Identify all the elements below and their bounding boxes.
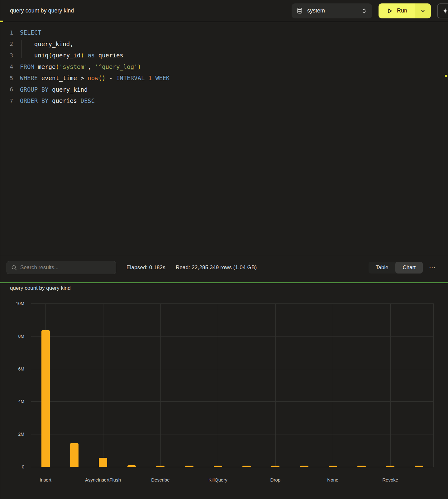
code-line[interactable]: 4FROM merge('system', '^query_log') [0,61,448,73]
y-axis-tick-label: 10M [6,301,24,306]
run-button-group: Run [379,3,431,18]
indent-guide-line [21,40,22,58]
bar-revoke[interactable] [386,466,394,467]
results-toolbar: Elapsed: 0.182s Read: 22,285,349 rows (1… [0,256,448,282]
bar-asyncinsertflush[interactable] [99,458,107,467]
line-number: 4 [0,63,13,70]
run-options-button[interactable] [415,3,431,18]
line-number: 7 [0,98,13,104]
gridline-horizontal [31,303,433,304]
x-axis-label: AsyncInsertFlush [85,477,121,482]
y-axis-tick-label: 0 [6,464,24,469]
bar[interactable] [415,466,423,467]
gridline-vertical [433,303,434,467]
gridline-vertical [275,303,276,467]
y-axis-tick-label: 8M [6,334,24,339]
query-title: query count by query kind [10,7,74,14]
sql-console-window: query count by query kind system [0,0,448,499]
y-axis-tick-label: 4M [6,399,24,404]
gridline-horizontal [31,336,433,337]
bar[interactable] [185,466,193,467]
view-toggle: Table Chart [369,262,423,274]
line-number: 6 [0,86,13,93]
editor-lines: 1SELECT2 query_kind,3 uniq(query_id) as … [0,22,448,107]
database-icon [297,7,303,14]
x-axis-line [31,467,433,467]
x-axis-label: Drop [270,477,281,482]
sql-editor[interactable]: 1SELECT2 query_kind,3 uniq(query_id) as … [0,22,448,256]
gridline-vertical [218,303,218,467]
database-selector-value: system [307,7,362,14]
code-line[interactable]: 6GROUP BY query_kind [0,84,448,95]
gridline-vertical [103,303,103,467]
bar-none[interactable] [329,466,337,467]
search-results-input[interactable] [20,264,112,271]
code-text: GROUP BY query_kind [20,86,88,93]
ruler-cursor-marker [445,75,447,77]
code-text: FROM merge('system', '^query_log') [20,63,141,70]
code-text: query_kind, [20,41,74,47]
code-line[interactable]: 7ORDER BY queries DESC [0,95,448,107]
gridline-vertical [160,303,161,467]
line-number: 1 [0,29,13,36]
ai-assist-button[interactable] [437,3,448,18]
bar-chart: 02M4M6M8M10MInsertAsyncInsertFlushDescri… [0,283,448,499]
bar[interactable] [127,465,136,467]
chevron-updown-icon [362,8,367,14]
search-results-box[interactable] [7,261,116,274]
bar-killquery[interactable] [214,466,222,467]
search-icon [11,265,17,271]
top-bar-controls: system Run [292,3,448,18]
gridline-horizontal [31,401,433,402]
gridline-vertical [390,303,391,467]
bar[interactable] [70,443,79,467]
database-selector[interactable]: system [292,3,372,18]
chart-view-button[interactable]: Chart [395,262,423,274]
top-bar: query count by query kind system [0,0,448,22]
more-options-button[interactable]: ⋯ [427,264,439,271]
bar-describe[interactable] [156,466,164,467]
sparkles-icon [442,7,448,14]
play-icon [387,8,393,14]
elapsed-stat: Elapsed: 0.182s [126,264,165,271]
table-view-button[interactable]: Table [369,262,396,274]
line-number: 2 [0,41,13,47]
code-line[interactable]: 3 uniq(query_id) as queries [0,50,448,61]
y-axis-tick-label: 6M [6,366,24,371]
code-line[interactable]: 1SELECT [0,27,448,38]
x-axis-label: Revoke [382,477,398,482]
read-stat: Read: 22,285,349 rows (1.04 GB) [176,264,257,271]
x-axis-label: Describe [151,477,169,482]
gridline-vertical [333,303,333,467]
gridline-horizontal [31,369,433,369]
bar-insert[interactable] [41,330,50,467]
code-text: ORDER BY queries DESC [20,97,95,104]
code-text: SELECT [20,29,41,36]
line-number: 3 [0,52,13,59]
bar-drop[interactable] [271,466,279,467]
line-number: 5 [0,75,13,81]
x-axis-label: Insert [40,477,51,482]
x-axis-label: None [327,477,338,482]
run-button[interactable]: Run [379,3,415,18]
code-text: uniq(query_id) as queries [20,52,123,59]
bar[interactable] [357,466,366,467]
bar[interactable] [300,466,308,467]
code-line[interactable]: 2 query_kind, [0,38,448,50]
run-button-label: Run [397,7,407,14]
y-axis-tick-label: 2M [6,432,24,437]
gridline-horizontal [31,434,433,434]
editor-overview-ruler[interactable] [444,22,448,256]
code-text: WHERE event_time > now() - INTERVAL 1 WE… [20,75,170,81]
chart-panel: query count by query kind 02M4M6M8M10MIn… [0,283,448,499]
code-line[interactable]: 5WHERE event_time > now() - INTERVAL 1 W… [0,72,448,84]
chevron-down-icon [421,9,425,12]
x-axis-label: KillQuery [208,477,227,482]
bar[interactable] [242,466,251,467]
